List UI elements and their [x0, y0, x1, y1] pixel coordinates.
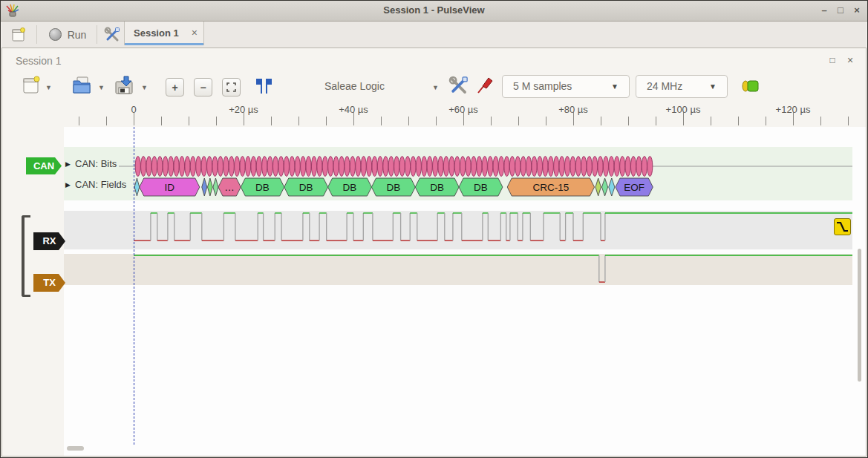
open-file-button[interactable] — [71, 75, 92, 96]
can-bit-annotation — [422, 157, 427, 177]
time-cursor-line[interactable] — [134, 127, 134, 445]
can-bit-annotation — [278, 157, 284, 177]
decoder-field-ide[interactable] — [208, 178, 213, 196]
channel-tag-rx[interactable]: RX — [33, 232, 65, 250]
channel-tag-can[interactable]: CAN — [26, 157, 62, 174]
can-bit-annotation — [235, 157, 240, 177]
decoder-field-rtr[interactable] — [202, 178, 207, 196]
expand-arrow-icon[interactable]: ▶ — [65, 181, 71, 189]
decoder-band[interactable]: ID…DBDBDBDBDBDBCRC-15EOF — [64, 147, 852, 200]
decoder-field-ack-delimiter[interactable] — [609, 178, 615, 196]
titlebar[interactable]: Session 1 - PulseView – □ × — [1, 1, 867, 22]
sample-rate-combo[interactable]: 24 MHz ▼ — [636, 75, 728, 98]
ruler-tick — [79, 117, 79, 125]
decoder-row-bits-label: CAN: Bits — [73, 158, 119, 169]
can-bit-annotation — [394, 157, 399, 177]
cursors-flags-icon — [254, 77, 273, 95]
sample-count-combo[interactable]: 5 M samples ▼ — [502, 75, 630, 98]
can-bit-annotation — [223, 157, 229, 177]
open-folder-icon — [71, 75, 92, 96]
expand-arrow-icon[interactable]: ▶ — [65, 160, 71, 168]
configure-device-button[interactable] — [448, 76, 469, 96]
ruler-tick — [601, 117, 601, 125]
minimize-button[interactable]: – — [817, 4, 832, 17]
zoom-in-button[interactable]: + — [166, 78, 184, 96]
run-button[interactable]: Run — [42, 24, 94, 45]
can-bit-annotation — [333, 157, 339, 177]
save-dropdown-arrow[interactable]: ▼ — [141, 84, 148, 91]
decoder-field-label: EOF — [624, 182, 645, 193]
channel-tag-tx[interactable]: TX — [33, 274, 65, 292]
decoder-field-label: ID — [165, 182, 175, 193]
configure-channels-button[interactable] — [740, 79, 761, 94]
new-file-button[interactable] — [22, 76, 40, 95]
vertical-scrollbar[interactable] — [858, 249, 861, 382]
can-bit-annotation — [328, 157, 333, 177]
save-button[interactable] — [114, 75, 136, 96]
show-cursors-button[interactable] — [254, 77, 273, 95]
decoder-row-fields-label: CAN: Fields — [73, 179, 128, 190]
can-bit-annotation — [169, 157, 174, 177]
close-button[interactable]: × — [849, 4, 864, 17]
ruler-label: +100 µs — [666, 104, 701, 115]
zoom-out-button[interactable]: − — [194, 78, 212, 96]
run-state-icon — [49, 28, 62, 41]
new-session-button[interactable] — [6, 24, 31, 45]
can-bit-annotation — [306, 157, 311, 177]
ruler-label: +80 µs — [558, 104, 588, 115]
device-dropdown-arrow[interactable]: ▼ — [432, 84, 439, 91]
tab-close-icon[interactable]: × — [192, 27, 198, 39]
open-file-dropdown-arrow[interactable]: ▼ — [98, 84, 105, 91]
ruler-tick — [546, 117, 546, 125]
can-bit-annotation — [212, 157, 218, 177]
wrench-screwdriver-icon — [448, 76, 469, 96]
time-ruler[interactable]: 0+20 µs+40 µs+60 µs+80 µs+100 µs+120 µs — [2, 102, 866, 127]
horizontal-scrollbar[interactable] — [67, 446, 84, 451]
can-bit-annotation — [438, 157, 443, 177]
can-bit-annotation — [460, 157, 466, 177]
can-bit-annotation — [593, 157, 598, 177]
tab-session-1[interactable]: Session 1 × — [124, 22, 204, 45]
rx-trace-band[interactable] — [64, 211, 852, 249]
main-toolbar: Run Session 1 × — [1, 22, 867, 48]
can-bit-annotation — [466, 157, 471, 177]
run-button-label: Run — [68, 29, 87, 41]
can-bit-annotation — [559, 157, 564, 177]
can-bit-annotation — [218, 157, 223, 177]
channels-probe-button[interactable] — [476, 76, 495, 95]
tx-trace-band[interactable] — [64, 254, 852, 285]
can-bit-annotation — [509, 157, 515, 177]
trigger-marker-badge[interactable] — [834, 218, 851, 235]
ruler-tick — [738, 117, 739, 125]
trace-view[interactable]: ID…DBDBDBDBDBDBCRC-15EOF ▶ CAN: Bits ▶ C… — [2, 127, 866, 456]
can-bit-annotation — [449, 157, 454, 177]
decoder-field-crc-delimiter[interactable] — [595, 178, 601, 196]
settings-button[interactable] — [100, 24, 124, 45]
can-bit-annotation — [454, 157, 460, 177]
decoder-field-label: … — [224, 182, 235, 193]
dock-close-button[interactable]: × — [843, 54, 857, 66]
device-selector[interactable]: Saleae Logic — [324, 80, 385, 92]
can-bit-annotation — [256, 157, 261, 177]
pulseview-window: Session 1 - PulseView – □ × Run — [0, 0, 868, 458]
maximize-button[interactable]: □ — [833, 4, 848, 17]
channel-group-bracket[interactable] — [22, 215, 30, 297]
can-bit-annotation — [526, 157, 532, 177]
decoder-field-ack[interactable] — [601, 178, 607, 196]
can-bit-annotation — [295, 157, 300, 177]
decoder-field-r0[interactable] — [213, 178, 218, 196]
save-icon — [114, 75, 136, 96]
decoder-field-label: DB — [343, 182, 357, 193]
can-bit-annotation — [356, 157, 361, 177]
can-bit-annotation — [151, 157, 157, 177]
can-bit-annotation — [262, 157, 267, 177]
can-bit-annotation — [482, 157, 487, 177]
session-toolbar: ▼ ▼ ▼ + − — [2, 72, 866, 102]
ruler-tick — [408, 117, 409, 125]
ruler-tick — [848, 117, 849, 125]
can-bit-annotation — [383, 157, 388, 177]
zoom-fit-button[interactable] — [222, 78, 241, 96]
new-file-dropdown-arrow[interactable]: ▼ — [45, 84, 52, 91]
dock-float-button[interactable]: □ — [826, 54, 839, 66]
decoder-field-sof[interactable] — [134, 178, 140, 196]
